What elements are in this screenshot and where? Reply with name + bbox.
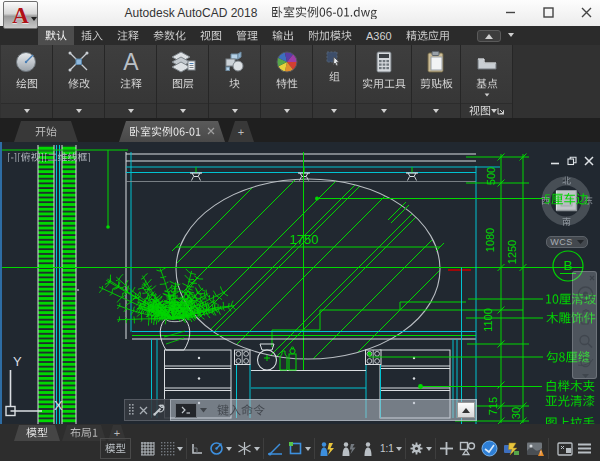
ribbon-panel-footer[interactable] xyxy=(53,103,104,118)
chevron-down-icon[interactable] xyxy=(305,447,311,451)
block-icon xyxy=(222,48,248,76)
ribbon-panel-2[interactable]: A xyxy=(105,45,157,118)
cad-drawing-canvas[interactable]: BYX175050010801250110071530 xyxy=(0,142,600,424)
doc-restore-button[interactable] xyxy=(567,156,577,166)
ribbon-panel-4[interactable] xyxy=(209,45,261,118)
isolate-icon[interactable] xyxy=(479,438,500,459)
viewcube[interactable] xyxy=(538,173,594,229)
ribbon-panel-footer[interactable] xyxy=(313,103,355,118)
ribbon-panel-label xyxy=(329,71,340,82)
ribbon-panel-footer[interactable] xyxy=(209,103,260,118)
ribbon-panel-6[interactable] xyxy=(313,45,356,118)
annotation-visibility-icon[interactable] xyxy=(316,438,337,459)
command-input[interactable] xyxy=(170,399,477,421)
new-tab-button[interactable]: + xyxy=(228,121,254,142)
ribbon-panel-footer[interactable] xyxy=(261,103,312,118)
ribbon-tab-9[interactable] xyxy=(399,26,457,45)
chevron-down-icon[interactable] xyxy=(508,33,514,37)
chevron-down-icon[interactable] xyxy=(426,447,432,451)
command-close-icon[interactable] xyxy=(139,406,148,415)
command-bar-grip[interactable] xyxy=(124,399,170,421)
ortho-icon[interactable] xyxy=(188,438,206,459)
glyph-text xyxy=(68,78,90,89)
ribbon-tab-5[interactable] xyxy=(229,26,265,45)
ribbon-tab-0[interactable] xyxy=(38,26,74,45)
file-tab-document[interactable] xyxy=(119,121,225,142)
ribbon-tab-label xyxy=(308,30,352,41)
ribbon-tab-8[interactable]: A360 xyxy=(359,26,399,45)
ribbon-panel-5[interactable] xyxy=(261,45,313,118)
ribbon-panel-footer[interactable] xyxy=(157,103,208,118)
maximize-button[interactable] xyxy=(543,7,554,18)
ribbon-tab-1[interactable] xyxy=(74,26,110,45)
ribbon-panel-footer-view[interactable] xyxy=(461,103,512,118)
ribbon-panel-footer[interactable] xyxy=(412,103,460,118)
viewport-controls[interactable] xyxy=(7,152,91,162)
glyph-text xyxy=(217,404,265,417)
snap-icon[interactable] xyxy=(158,438,185,459)
command-history-button[interactable] xyxy=(457,402,475,418)
command-line-bar[interactable] xyxy=(124,399,477,421)
minimize-button[interactable] xyxy=(505,7,516,18)
command-prompt-button[interactable] xyxy=(175,403,197,418)
layout-tab-model[interactable] xyxy=(14,425,60,441)
ribbon-panel-footer[interactable] xyxy=(105,103,156,118)
viewcube-west-label[interactable] xyxy=(541,196,550,205)
ribbon-collapse-button[interactable] xyxy=(477,30,501,42)
workspace-gear-icon[interactable] xyxy=(407,438,434,459)
ribbon-panel-9[interactable] xyxy=(461,45,513,118)
clean-screen-icon[interactable] xyxy=(555,438,575,459)
viewcube-east-label[interactable] xyxy=(584,196,593,205)
chevron-down-icon[interactable] xyxy=(254,447,260,451)
ribbon-panel-8[interactable] xyxy=(412,45,461,118)
ribbon-tab-label xyxy=(81,30,103,41)
wcs-dropdown[interactable]: WCS xyxy=(546,236,588,248)
chevron-down-icon xyxy=(381,109,387,113)
viewcube-north-label[interactable] xyxy=(562,176,571,185)
customize-wrench-icon[interactable] xyxy=(152,404,165,417)
osnap-icon[interactable] xyxy=(286,438,313,459)
viewcube-south-label[interactable] xyxy=(562,217,571,226)
ribbon-tab-3[interactable] xyxy=(146,26,193,45)
otrack-icon[interactable] xyxy=(265,438,285,459)
plus-icon[interactable] xyxy=(437,438,456,459)
dimension-text: 1080 xyxy=(484,228,496,252)
polar-icon[interactable] xyxy=(207,438,234,459)
chevron-down-icon[interactable] xyxy=(200,408,207,413)
ribbon-panel-label-row xyxy=(68,76,90,92)
annotation-scale-button[interactable]: 1:1 xyxy=(378,438,404,459)
customization-icon[interactable] xyxy=(575,438,594,459)
chevron-down-icon xyxy=(128,109,134,113)
doc-close-button[interactable] xyxy=(584,156,594,166)
grid-icon[interactable] xyxy=(138,438,157,459)
panel-launcher-icon[interactable] xyxy=(497,107,505,115)
annotation-monitor-icon[interactable] xyxy=(359,438,377,459)
close-button[interactable] xyxy=(581,7,592,18)
hardware-accel-icon[interactable]: ! xyxy=(524,438,547,459)
chevron-down-icon[interactable] xyxy=(226,447,232,451)
file-tab-start[interactable] xyxy=(14,121,78,142)
quick-properties-icon[interactable] xyxy=(457,438,478,459)
ribbon-panel-7[interactable] xyxy=(356,45,412,118)
ribbon-panel-3[interactable] xyxy=(157,45,209,118)
ribbon-tab-4[interactable] xyxy=(193,26,229,45)
doc-minimize-button[interactable] xyxy=(550,156,560,166)
autoscale-icon[interactable] xyxy=(338,438,358,459)
chevron-down-icon[interactable] xyxy=(177,447,183,451)
navigation-bar[interactable] xyxy=(572,271,597,379)
application-menu-button[interactable]: A xyxy=(3,1,38,29)
ribbon-panel-footer[interactable] xyxy=(356,103,411,118)
ribbon-panel-footer[interactable] xyxy=(1,103,52,118)
ribbon-panel-1[interactable] xyxy=(53,45,105,118)
graphics-performance-icon[interactable] xyxy=(501,438,523,459)
chevron-down-icon[interactable] xyxy=(396,447,402,451)
ribbon-tab-7[interactable] xyxy=(301,26,359,45)
status-model-button[interactable] xyxy=(100,438,131,459)
ribbon-tab-2[interactable] xyxy=(110,26,146,45)
ribbon-tab-6[interactable] xyxy=(265,26,301,45)
close-tab-icon[interactable] xyxy=(207,127,215,135)
isodraft-icon[interactable] xyxy=(235,438,262,459)
glyph-text xyxy=(420,78,453,89)
ribbon-panel-0[interactable] xyxy=(1,45,53,118)
ribbon-tab-label: A360 xyxy=(366,30,392,42)
